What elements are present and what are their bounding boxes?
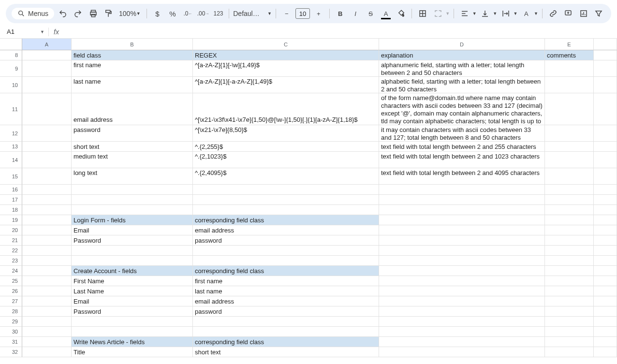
cell[interactable]: Create Account - fields	[72, 266, 193, 276]
cell[interactable]	[72, 185, 193, 195]
row-header[interactable]: 31	[0, 337, 22, 347]
cell[interactable]	[379, 296, 545, 306]
cell[interactable]	[22, 168, 72, 185]
cell[interactable]: ^.{2,255}$	[193, 142, 379, 152]
column-header[interactable]: C	[193, 39, 379, 50]
row-header[interactable]: 28	[0, 306, 22, 317]
cell[interactable]: Write News Article - fields	[72, 337, 193, 347]
cell[interactable]: short text	[193, 347, 379, 357]
row-header[interactable]: 26	[0, 286, 22, 296]
cell[interactable]	[594, 50, 617, 60]
cell[interactable]	[22, 152, 72, 168]
wrap-button[interactable]	[499, 7, 513, 20]
rotate-button[interactable]: A	[520, 7, 533, 20]
cell[interactable]	[379, 185, 545, 195]
cell[interactable]: text field with total length between 2 a…	[379, 142, 545, 152]
cell[interactable]: corresponding field class	[193, 266, 379, 276]
cell[interactable]	[594, 347, 617, 357]
more-formats-button[interactable]: 123	[212, 7, 225, 20]
cell[interactable]	[193, 185, 379, 195]
cell[interactable]	[22, 235, 72, 246]
cell[interactable]	[545, 327, 594, 337]
cell[interactable]	[379, 337, 545, 347]
row-header[interactable]: 29	[0, 317, 22, 327]
filter-button[interactable]	[592, 7, 605, 20]
formula-input[interactable]	[64, 25, 617, 38]
cell[interactable]	[545, 286, 594, 296]
cell[interactable]: corresponding field class	[193, 215, 379, 225]
cell[interactable]	[22, 286, 72, 296]
row-header[interactable]: 11	[0, 93, 22, 125]
redo-button[interactable]	[72, 7, 85, 20]
cell[interactable]	[545, 60, 594, 77]
undo-button[interactable]	[56, 7, 70, 20]
cell[interactable]	[22, 50, 72, 60]
column-header[interactable]	[594, 39, 617, 50]
column-header[interactable]: D	[379, 39, 545, 50]
strikethrough-button[interactable]: S	[364, 7, 378, 20]
row-header[interactable]: 20	[0, 225, 22, 235]
row-header[interactable]: 27	[0, 296, 22, 306]
cell[interactable]	[22, 266, 72, 276]
cell[interactable]: ^.{2,1023}$	[193, 152, 379, 168]
row-header[interactable]: 18	[0, 205, 22, 215]
cell[interactable]	[545, 317, 594, 327]
cell[interactable]	[545, 337, 594, 347]
cell[interactable]	[594, 337, 617, 347]
row-header[interactable]: 13	[0, 142, 22, 152]
cell[interactable]	[545, 225, 594, 235]
cell[interactable]	[22, 306, 72, 317]
column-header[interactable]: E	[545, 39, 594, 50]
cell[interactable]	[379, 276, 545, 286]
cell[interactable]	[545, 93, 594, 125]
cell[interactable]: ^[a-zA-Z]{1}[-a-zA-Z]{1,49}$	[193, 77, 379, 93]
name-box[interactable]: A1 ▼	[0, 28, 48, 35]
cell[interactable]	[594, 93, 617, 125]
cell[interactable]: it may contain characters with ascii cod…	[379, 125, 545, 142]
cell[interactable]	[193, 205, 379, 215]
cell[interactable]: last name	[193, 286, 379, 296]
cell[interactable]: medium text	[72, 152, 193, 168]
cell[interactable]	[193, 256, 379, 266]
row-header[interactable]: 22	[0, 246, 22, 256]
cell[interactable]: corresponding field class	[193, 337, 379, 347]
cell[interactable]	[545, 266, 594, 276]
font-select[interactable]: Defaul…	[233, 10, 266, 17]
cell[interactable]: field class	[72, 50, 193, 60]
row-header[interactable]: 19	[0, 215, 22, 225]
row-header[interactable]: 30	[0, 327, 22, 337]
merge-button[interactable]	[431, 7, 445, 20]
cell[interactable]	[22, 215, 72, 225]
increase-font-button[interactable]: +	[312, 7, 325, 20]
cell[interactable]: alphabetic field, starting with a letter…	[379, 77, 545, 93]
cell[interactable]: password	[72, 125, 193, 142]
row-header[interactable]: 14	[0, 152, 22, 168]
row-header[interactable]: 25	[0, 276, 22, 286]
cell[interactable]	[22, 246, 72, 256]
cell[interactable]	[22, 317, 72, 327]
cell[interactable]: text field with total length between 2 a…	[379, 152, 545, 168]
halign-button[interactable]	[458, 7, 471, 20]
cell[interactable]	[72, 246, 193, 256]
cell[interactable]	[594, 215, 617, 225]
cell[interactable]	[545, 215, 594, 225]
cell[interactable]	[22, 337, 72, 347]
bold-button[interactable]: B	[334, 7, 347, 20]
print-button[interactable]	[87, 7, 100, 20]
cell[interactable]: Email	[72, 296, 193, 306]
cell[interactable]	[594, 168, 617, 185]
cell[interactable]	[594, 317, 617, 327]
cell[interactable]	[22, 125, 72, 142]
cell[interactable]	[594, 256, 617, 266]
cell[interactable]	[193, 246, 379, 256]
cell[interactable]	[193, 327, 379, 337]
cell[interactable]: Last Name	[72, 286, 193, 296]
row-header[interactable]: 12	[0, 125, 22, 142]
link-button[interactable]	[546, 7, 560, 20]
cell[interactable]	[545, 306, 594, 317]
cell[interactable]	[594, 152, 617, 168]
italic-button[interactable]: I	[349, 7, 362, 20]
cell[interactable]: ^[\x21-\x7e]{8,50}$	[193, 125, 379, 142]
cell[interactable]: email address	[193, 225, 379, 235]
cell[interactable]: Password	[72, 235, 193, 246]
